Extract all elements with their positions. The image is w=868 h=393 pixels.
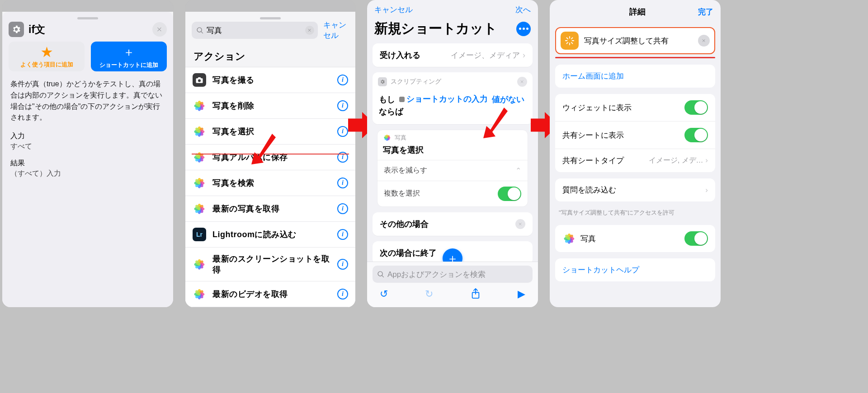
backdrop (185, 0, 355, 12)
result-label: 結果 (2, 151, 173, 168)
sheet-title: if文 (28, 23, 45, 37)
action-row[interactable]: 最新のスクリーンショットを取得i (185, 248, 355, 281)
card-app-label: 写真 (395, 134, 406, 142)
action-label: 最新の写真を取得 (212, 203, 331, 214)
sheet-grabber[interactable] (77, 17, 98, 19)
share-button[interactable] (471, 288, 481, 302)
star-icon: ★ (41, 45, 52, 60)
select-photos-card[interactable]: 写真 写真を選択 表示を減らす ⌃ 複数を選択 (377, 130, 528, 207)
info-icon[interactable]: i (337, 100, 348, 111)
highlight-underline (555, 57, 715, 58)
shortcut-name[interactable]: 写真サイズ調整して共有 (584, 36, 693, 46)
import-questions-card: 質問を読み込む › (555, 178, 715, 201)
info-icon[interactable]: i (337, 203, 348, 214)
page-title: 新規ショートカット (374, 19, 513, 38)
action-label: 写真を検索 (212, 178, 331, 188)
sheet-grabber[interactable] (260, 17, 281, 19)
accept-label: 受け入れる (380, 50, 420, 61)
cancel-button[interactable]: キャンセル (323, 20, 349, 41)
else-card[interactable]: その他の場合 (373, 212, 533, 236)
input-value: すべて (2, 141, 173, 151)
plus-icon: ＋ (123, 44, 135, 60)
info-icon[interactable]: i (337, 75, 348, 85)
more-icon[interactable] (516, 22, 531, 36)
panel-if-detail: if文 ★ よく使う項目に追加 ＋ ショートカットに追加 条件が真（true）か… (2, 0, 173, 307)
action-label: 写真を削除 (212, 100, 331, 111)
backdrop (2, 0, 173, 12)
action-label: 最新のビデオを取得 (212, 289, 331, 299)
show-less-row[interactable]: 表示を減らす ⌃ (377, 160, 528, 181)
share-sheet-type-row[interactable]: 共有シートタイプ イメージ, メデ… › (555, 149, 715, 172)
close-icon[interactable] (152, 22, 167, 37)
photos-icon (562, 232, 576, 245)
clear-name-icon[interactable] (698, 35, 710, 47)
search-input[interactable] (207, 26, 302, 35)
page-title: 詳細 (577, 6, 698, 17)
delete-action-icon[interactable] (517, 77, 527, 87)
tutorial-pointer-icon (251, 134, 277, 165)
undo-button[interactable]: ↺ (380, 288, 388, 302)
delete-action-icon[interactable] (515, 219, 525, 229)
display-options-card: ウィジェットに表示 共有シートに表示 共有シートタイプ イメージ, メデ… › (555, 94, 715, 172)
action-row[interactable]: 最新の写真を取得i (185, 196, 355, 222)
action-label: Lightroomに読み込む (212, 229, 331, 240)
magic-var-icon (399, 97, 405, 102)
show-in-share-sheet-row[interactable]: 共有シートに表示 (555, 121, 715, 149)
privacy-card: 写真 (555, 225, 715, 252)
action-row[interactable]: LrLightroomに読み込むi (185, 222, 355, 248)
info-icon[interactable]: i (337, 126, 348, 137)
action-row[interactable]: 最新のビデオを取得i (185, 281, 355, 307)
multi-select-switch[interactable] (498, 187, 521, 201)
accept-value: イメージ、メディア (451, 50, 520, 61)
share-sheet-switch[interactable] (684, 128, 708, 142)
search-icon (377, 271, 385, 278)
add-to-home-button[interactable]: ホーム画面に追加 (555, 65, 715, 88)
bottom-bar: Appおよびアクションを検索 ↺ ↻ ▶ (367, 262, 538, 307)
chevron-right-icon: › (523, 51, 525, 60)
search-box[interactable] (192, 22, 318, 39)
action-label: 写真を撮る (212, 75, 331, 85)
shortcut-name-card[interactable]: 写真サイズ調整して共有 (555, 27, 715, 54)
privacy-caption: "写真サイズ調整して共有"にアクセスを許可 (550, 201, 721, 219)
panel-details: 詳細 完了 写真サイズ調整して共有 ホーム画面に追加 ウィジェットに表示 共有シ… (550, 0, 721, 307)
info-icon[interactable]: i (337, 229, 348, 240)
info-icon[interactable]: i (337, 178, 348, 188)
photos-access-switch[interactable] (684, 231, 708, 246)
add-favorite-button[interactable]: ★ よく使う項目に追加 (9, 42, 85, 71)
done-button[interactable]: 完了 (698, 7, 713, 17)
result-value: （すべて）入力 (2, 168, 173, 178)
tutorial-pointer-icon (483, 107, 509, 138)
shortcut-icon[interactable] (561, 32, 579, 50)
action-description: 条件が真（true）かどうかをテストし、真の場合は内部のアクションを実行します。… (2, 78, 173, 124)
widget-switch[interactable] (684, 100, 708, 115)
info-icon[interactable]: i (337, 259, 348, 270)
redo-button[interactable]: ↻ (425, 288, 433, 302)
photos-icon (383, 134, 391, 142)
action-row[interactable]: 写真を検索i (185, 170, 355, 196)
shortcut-help-button[interactable]: ショートカットヘルプ (555, 258, 715, 281)
action-label: 最新のスクリーンショットを取得 (212, 253, 331, 275)
add-favorite-label: よく使う項目に追加 (20, 61, 73, 69)
panel-shortcut-editor: キャンセル 次へ 新規ショートカット 受け入れる イメージ、メディア › スクリ… (367, 0, 538, 307)
info-icon[interactable]: i (337, 289, 348, 299)
next-button[interactable]: 次へ (515, 5, 531, 15)
cancel-button[interactable]: キャンセル (374, 5, 413, 15)
action-search[interactable]: Appおよびアクションを検索 (373, 266, 533, 283)
import-questions-row[interactable]: 質問を読み込む › (555, 178, 715, 201)
show-in-widget-row[interactable]: ウィジェットに表示 (555, 94, 715, 121)
photos-access-row[interactable]: 写真 (555, 225, 715, 252)
add-to-shortcut-label: ショートカットに追加 (99, 61, 158, 69)
add-home-card: ホーム画面に追加 (555, 65, 715, 88)
accept-card[interactable]: 受け入れる イメージ、メディア › (373, 43, 533, 67)
run-button[interactable]: ▶ (518, 288, 525, 302)
action-row[interactable]: 写真を削除i (185, 93, 355, 119)
add-to-shortcut-button[interactable]: ＋ ショートカットに追加 (91, 42, 167, 71)
clear-search-icon[interactable] (305, 26, 314, 35)
card-title: 写真を選択 (377, 142, 528, 160)
card-header: スクリプティング (391, 78, 441, 86)
multi-select-row[interactable]: 複数を選択 (377, 181, 528, 206)
gear-icon (378, 77, 387, 86)
action-row[interactable]: 写真を撮るi (185, 67, 355, 93)
section-header: アクション (185, 43, 355, 65)
help-card: ショートカットヘルプ (555, 258, 715, 281)
